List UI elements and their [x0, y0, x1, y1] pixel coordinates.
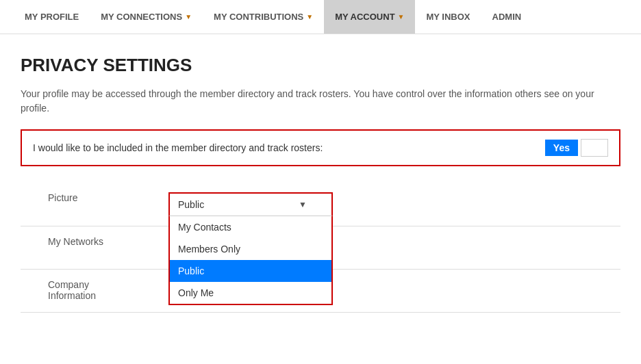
- nav-item-my-profile[interactable]: MY PROFILE: [14, 0, 90, 34]
- nav-item-my-inbox[interactable]: MY INBOX: [415, 0, 481, 34]
- picture-dropdown-arrow-icon: ▼: [299, 200, 307, 209]
- directory-toggle-area: Yes: [545, 139, 608, 157]
- my-contributions-dropdown-arrow-icon: ▼: [306, 13, 313, 21]
- dropdown-option-members-only[interactable]: Members Only: [170, 238, 331, 260]
- nav-label-my-contributions: MY CONTRIBUTIONS: [214, 12, 303, 22]
- page-content: PRIVACY SETTINGS Your profile may be acc…: [0, 34, 641, 326]
- nav-item-my-account[interactable]: MY ACCOUNT ▼: [324, 0, 415, 34]
- nav-label-my-profile: MY PROFILE: [25, 12, 79, 22]
- picture-dropdown-cell: Public ▼ My Contacts Members Only Public…: [158, 183, 620, 226]
- page-title: PRIVACY SETTINGS: [21, 55, 620, 76]
- picture-dropdown-header[interactable]: Public ▼: [168, 192, 333, 216]
- directory-inclusion-row: I would like to be included in the membe…: [21, 129, 620, 166]
- my-networks-label: My Networks: [21, 226, 158, 270]
- settings-table: Picture Public ▼ My Contacts Members Onl…: [21, 183, 620, 313]
- picture-dropdown[interactable]: Public ▼ My Contacts Members Only Public…: [168, 192, 333, 216]
- picture-dropdown-value: Public: [178, 199, 204, 210]
- nav-bar: MY PROFILE MY CONNECTIONS ▼ MY CONTRIBUT…: [0, 0, 641, 34]
- directory-inclusion-label: I would like to be included in the membe…: [33, 142, 545, 153]
- table-row: Picture Public ▼ My Contacts Members Onl…: [21, 183, 620, 226]
- nav-item-my-contributions[interactable]: MY CONTRIBUTIONS ▼: [203, 0, 324, 34]
- my-account-dropdown-arrow-icon: ▼: [398, 13, 405, 21]
- nav-item-my-connections[interactable]: MY CONNECTIONS ▼: [90, 0, 203, 34]
- nav-item-admin[interactable]: ADMIN: [481, 0, 533, 34]
- picture-label: Picture: [21, 183, 158, 226]
- toggle-empty-area[interactable]: [581, 139, 608, 157]
- yes-button[interactable]: Yes: [545, 140, 578, 156]
- dropdown-option-public[interactable]: Public: [170, 260, 331, 282]
- picture-dropdown-list: My Contacts Members Only Public Only Me: [168, 216, 333, 305]
- page-description: Your profile may be accessed through the…: [21, 87, 620, 116]
- nav-label-admin: ADMIN: [492, 12, 522, 22]
- dropdown-option-my-contacts[interactable]: My Contacts: [170, 216, 331, 238]
- nav-label-my-account: MY ACCOUNT: [335, 12, 394, 22]
- dropdown-option-only-me[interactable]: Only Me: [170, 282, 331, 304]
- company-information-label: Company Information: [21, 270, 158, 313]
- my-connections-dropdown-arrow-icon: ▼: [185, 13, 192, 21]
- nav-label-my-inbox: MY INBOX: [426, 12, 470, 22]
- nav-label-my-connections: MY CONNECTIONS: [101, 12, 182, 22]
